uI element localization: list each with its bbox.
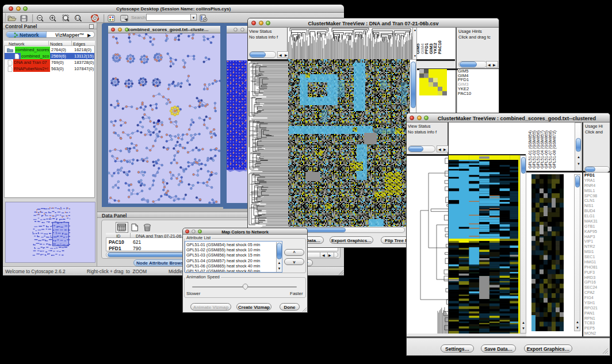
- svg-text:PAC10: PAC10: [437, 40, 442, 54]
- svg-text:1:1: 1:1: [76, 16, 80, 20]
- svg-text:GPL51-08 (GSM872): GPL51-08 (GSM872): [552, 131, 557, 168]
